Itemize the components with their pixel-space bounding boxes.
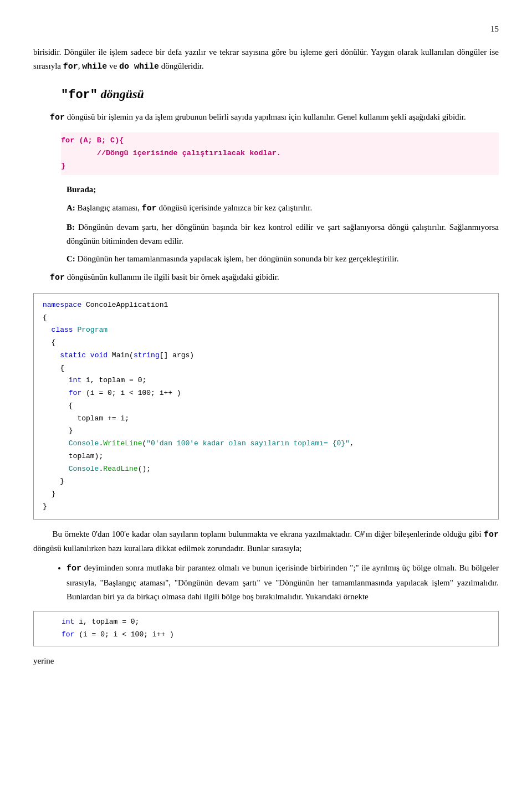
code-line-1: namespace ConcoleApplication1: [43, 301, 168, 309]
burada-label: Burada;: [66, 183, 499, 197]
code-line-13: toplam);: [43, 452, 103, 460]
code-line-16: }: [43, 490, 55, 498]
desc-b: B: Döngünün devam şartı, her döngünün ba…: [66, 220, 499, 248]
code-line-4: {: [43, 338, 55, 347]
code-line-6: {: [43, 364, 64, 372]
burada-section: Burada; A: Başlangıç ataması, for döngüs…: [66, 183, 499, 266]
page-number: 15: [33, 22, 499, 35]
pink-code-line3: }: [61, 162, 65, 170]
section-heading: "for" döngüsü: [61, 84, 499, 105]
intro-paragraph: birisidir. Döngüler ile işlem sadece bir…: [33, 45, 499, 74]
pink-code-line1: for (A; B; C){: [61, 136, 124, 145]
bullet-item-1: for deyiminden sonra mutlaka bir parante…: [66, 561, 499, 603]
pink-code-block: for (A; B; C){ //Döngü içerisinde çalışt…: [61, 132, 499, 175]
code-line-11: }: [43, 426, 73, 435]
code-line-14: Console.ReadLine();: [43, 465, 151, 473]
pink-code-line2: //Döngü içerisinde çalıştırılacak kodlar…: [61, 149, 281, 157]
small-code-line1: int i, toplam = 0;: [62, 618, 139, 626]
rules-list: for deyiminden sonra mutlaka bir parante…: [55, 561, 499, 603]
code-line-7: int i, toplam = 0;: [43, 376, 146, 384]
code-line-5: static void Main(string[] args): [43, 351, 194, 359]
code-line-12: Console.WriteLine("0'dan 100'e kadar ola…: [43, 439, 354, 448]
code-line-8: for (i = 0; i < 100; i++ ): [43, 389, 181, 397]
desc-a: A: Başlangıç ataması, for döngüsü içeris…: [66, 201, 499, 216]
code-line-2: {: [43, 314, 47, 322]
desc-c: C: Döngünün her tamamlanmasında yapılaca…: [66, 252, 499, 266]
for-example-intro: for döngüsünün kullanımı ile ilgili basi…: [33, 270, 499, 285]
code-line-9: {: [43, 402, 73, 410]
code-line-15: }: [43, 477, 64, 485]
small-code-line2: for (i = 0; i < 100; i++ ): [62, 630, 174, 639]
code-line-3: class Program: [43, 326, 108, 334]
yerine-text: yerine: [33, 654, 499, 668]
for-description: for döngüsü bir işlemin ya da işlem grub…: [33, 110, 499, 125]
small-code-box: int i, toplam = 0; for (i = 0; i < 100; …: [33, 611, 499, 646]
code-line-17: }: [43, 502, 47, 511]
after-code-paragraph: Bu örnekte 0'dan 100'e kadar olan sayıla…: [33, 527, 499, 556]
code-line-10: toplam += i;: [43, 414, 129, 423]
main-code-box: namespace ConcoleApplication1 { class Pr…: [33, 293, 499, 520]
